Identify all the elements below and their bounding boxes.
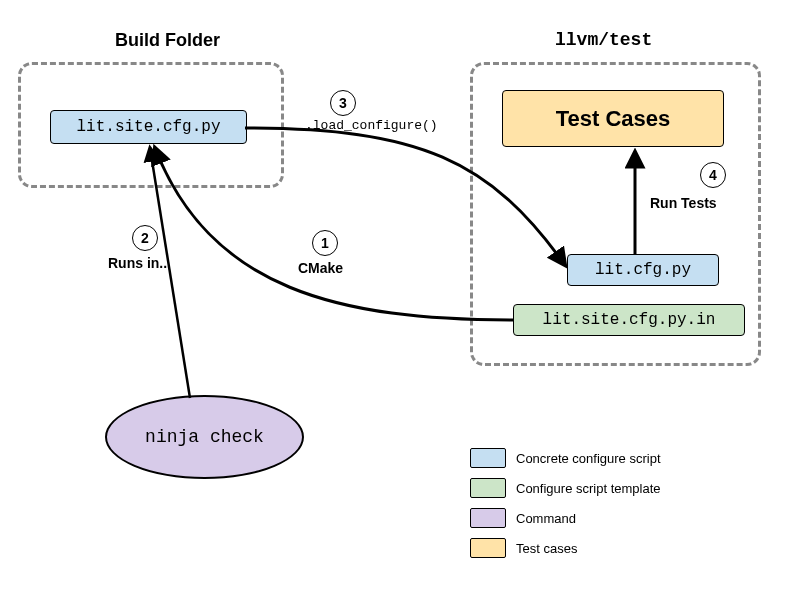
step-4-circle: 4 bbox=[700, 162, 726, 188]
legend-concrete: Concrete configure script bbox=[470, 448, 661, 468]
step-3-circle: 3 bbox=[330, 90, 356, 116]
step-2-label: Runs in... bbox=[108, 255, 171, 271]
lit-site-cfg-in-box: lit.site.cfg.py.in bbox=[513, 304, 745, 336]
lit-cfg-box: lit.cfg.py bbox=[567, 254, 719, 286]
diagram-canvas: Build Folder llvm/test lit.site.cfg.py T… bbox=[0, 0, 800, 600]
legend-swatch-green bbox=[470, 478, 506, 498]
legend-swatch-cream bbox=[470, 538, 506, 558]
legend-swatch-purple bbox=[470, 508, 506, 528]
legend-label-template: Configure script template bbox=[516, 481, 661, 496]
step-1-circle: 1 bbox=[312, 230, 338, 256]
legend-label-tests: Test cases bbox=[516, 541, 577, 556]
llvm-test-title: llvm/test bbox=[555, 30, 652, 50]
legend-tests: Test cases bbox=[470, 538, 661, 558]
step-3-label: .load_configure() bbox=[305, 118, 438, 133]
lit-site-cfg-box: lit.site.cfg.py bbox=[50, 110, 247, 144]
build-folder-title: Build Folder bbox=[115, 30, 220, 51]
step-1-label: CMake bbox=[298, 260, 343, 276]
legend-swatch-blue bbox=[470, 448, 506, 468]
step-4-label: Run Tests bbox=[650, 195, 717, 211]
legend-label-command: Command bbox=[516, 511, 576, 526]
step-2-circle: 2 bbox=[132, 225, 158, 251]
ninja-check-command: ninja check bbox=[105, 395, 304, 479]
legend-template: Configure script template bbox=[470, 478, 661, 498]
legend-command: Command bbox=[470, 508, 661, 528]
test-cases-box: Test Cases bbox=[502, 90, 724, 147]
legend-label-concrete: Concrete configure script bbox=[516, 451, 661, 466]
legend: Concrete configure script Configure scri… bbox=[470, 448, 661, 568]
